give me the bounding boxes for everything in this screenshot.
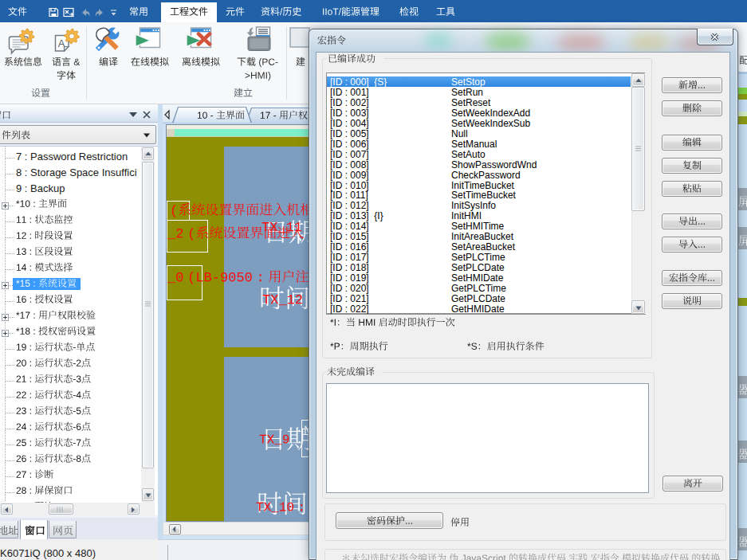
svg-text:A: A: [58, 37, 65, 49]
